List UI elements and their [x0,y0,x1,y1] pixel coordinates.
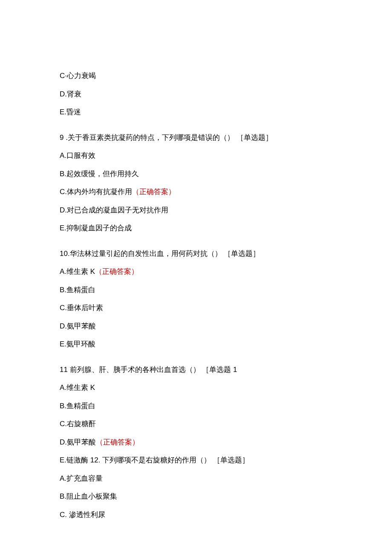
q8-option-d: D.肾衰 [60,89,332,100]
q11-option-d-answer: （正确答案） [96,438,139,446]
q11-option-a: A.维生素 K [60,382,332,393]
q10-option-b: B.鱼精蛋白 [60,285,332,296]
q11-option-d: D.氨甲苯酸（正确答案） [60,437,332,448]
q8-option-c: C·心力衰竭 [60,70,332,81]
q9-option-c-text: C.体内外均有抗凝作用 [60,188,132,196]
q9-option-e: E.抑制凝血因子的合成 [60,223,332,234]
q10-option-d: D.氨甲苯酸 [60,321,332,332]
q9-option-b: B.起效缓慢，但作用持久 [60,169,332,180]
q9-option-a: A.口服有效 [60,150,332,161]
q8-option-e: E.昏迷 [60,107,332,118]
q11-option-c: C.右旋糖酐 [60,418,332,430]
q9-stem: 9 .关于香豆素类抗凝药的特点，下列哪项是错误的（） ［单选题］ [60,132,332,143]
q12-option-a: A.扩充血容量 [60,473,332,484]
q11-option-d-text: D.氨甲苯酸 [60,438,96,446]
q11-option-e-and-q12-stem: E.链激酶 12. 下列哪项不是右旋糖好的作用（） ［单选题］ [60,455,332,466]
q9-option-d: D.对已合成的凝血因子无对抗作用 [60,205,332,216]
q10-option-a-answer: （正确答案） [95,267,138,276]
q10-option-e: E.氨甲环酸 [60,339,332,350]
q10-option-c: C.垂体后叶素 [60,302,332,314]
q11-option-b: B.鱼精蛋白 [60,401,332,412]
q10-option-a: A.维生素 K（正确答案） [60,266,332,277]
q12-option-b: B.阻止血小板聚集 [60,491,332,502]
q11-stem: 11 前列腺、肝、胰手术的各种出血首选（） ［单选题 1 [60,364,332,375]
q10-option-a-text: A.维生素 K [60,267,95,276]
q12-option-c: C. 渗透性利尿 [60,509,332,520]
q9-option-c: C.体内外均有抗凝作用（正确答案） [60,186,332,198]
q10-stem: 10.华法林过量引起的自发性出血，用何药对抗（） ［单选题］ [60,248,332,259]
q9-option-c-answer: （正确答案） [132,188,176,196]
